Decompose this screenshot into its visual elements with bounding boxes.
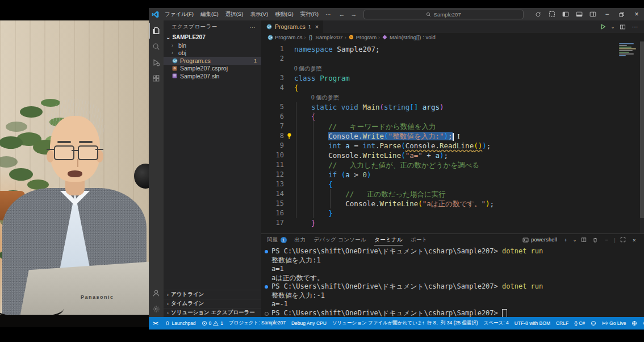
command-decoration-icon[interactable] [265, 285, 268, 289]
status-browser-preview[interactable] [629, 317, 640, 330]
extensions-icon[interactable] [149, 70, 164, 86]
command-decoration-icon[interactable] [265, 250, 268, 253]
panel-actions: powershell + ⌄ − | × [522, 234, 644, 245]
customize-layout-icon[interactable] [545, 8, 559, 20]
tree-item-obj[interactable]: ›obj [164, 49, 261, 57]
status-go-live[interactable]: Go Live [599, 317, 629, 330]
breadcrumb-item[interactable]: Main(string[]) : void [382, 34, 436, 40]
code-line[interactable]: 15 Console.WriteLine("aは正の数です。"); [261, 199, 644, 208]
status-encoding[interactable]: UTF-8 with BOM [512, 317, 553, 330]
toggle-sidebar-icon[interactable] [559, 8, 572, 20]
status-project[interactable]: プロジェクト: Sample207 [226, 317, 288, 330]
status-prettier[interactable]: Prettier [640, 317, 644, 330]
breadcrumb-item[interactable]: {}Sample207 [308, 34, 343, 40]
command-decoration-icon[interactable] [265, 312, 269, 316]
minimap[interactable] [619, 43, 638, 57]
terminal[interactable]: PS C:\Users\shift\OneDrive\ドキュメント\csharp… [261, 245, 644, 317]
nav-forward-icon[interactable]: → [350, 11, 357, 18]
run-debug-icon[interactable] [149, 55, 164, 70]
more-actions-icon[interactable]: ··· [629, 20, 641, 33]
status-solution-status[interactable]: ソリューション ファイルが開かれていません: Sample207.sln [329, 317, 424, 330]
status-problems-summary[interactable]: 01 [199, 317, 226, 330]
code-line[interactable]: 17 } [261, 218, 644, 228]
code-line[interactable]: 3class Program [261, 73, 644, 83]
search-icon[interactable] [149, 39, 164, 55]
breadcrumb-item[interactable]: CProgram [348, 34, 377, 40]
terminal-dropdown-icon[interactable]: ⌄ [572, 234, 578, 245]
breadcrumb-item[interactable]: C#Program.cs [267, 34, 303, 40]
toggle-panel-icon[interactable] [572, 8, 586, 20]
code-line[interactable]: 7 // キーワードから数値を入力 [261, 122, 644, 131]
panel-tab-label: ターミナル [374, 236, 403, 244]
section-ソリューション エクスプローラー[interactable]: ›ソリューション エクスプローラー [164, 308, 261, 317]
accounts-icon[interactable] [149, 285, 164, 301]
panel-tab-デバッグ コンソール[interactable]: デバッグ コンソール [313, 234, 366, 245]
command-center[interactable]: Sample207 [363, 10, 524, 19]
close-button[interactable]: × [629, 8, 644, 20]
status-feedback[interactable] [588, 317, 599, 330]
code-line[interactable]: 10 Console.WriteLine("a=" + a); [261, 151, 644, 160]
breadcrumb-label: Main(string[]) : void [390, 34, 436, 40]
code-line[interactable]: 12 if (a > 0) [261, 170, 644, 180]
minimize-panel-icon[interactable]: − [601, 234, 612, 245]
panel-tab-出力[interactable]: 出力 [295, 234, 306, 245]
tree-item-program-cs[interactable]: C#Program.cs1 [164, 57, 261, 65]
tab-close-icon[interactable]: × [315, 23, 319, 30]
kill-terminal-icon[interactable] [590, 234, 600, 245]
code-line[interactable]: 16 } [261, 208, 644, 218]
code-line[interactable]: 14 // 正の数だった場合に実行 [261, 189, 644, 199]
panel-tab-ターミナル[interactable]: ターミナル [374, 234, 403, 245]
toggle-secondary-sidebar-icon[interactable] [586, 8, 600, 20]
maximize-panel-icon[interactable] [618, 234, 628, 245]
run-dropdown-icon[interactable]: ⌄ [610, 20, 616, 33]
shell-selector[interactable]: powershell [522, 237, 557, 243]
section-タイムライン[interactable]: ›タイムライン [164, 299, 261, 308]
run-button[interactable] [597, 20, 609, 33]
views-more-icon[interactable]: ··· [249, 24, 256, 30]
nav-back-icon[interactable]: ← [338, 11, 345, 18]
menu-item-[interactable]: ··· [322, 8, 334, 20]
close-panel-icon[interactable]: × [629, 234, 639, 245]
sync-icon[interactable] [532, 8, 545, 20]
status-cursor-position[interactable]: 行 8、列 34 (25 個選択) [424, 317, 481, 330]
code-line[interactable]: 13 { [261, 180, 644, 189]
code-line[interactable]: 9 int a = int.Parse(Console.ReadLine()); [261, 141, 644, 151]
tab-program-cs[interactable]: C# Program.cs 1 × [261, 20, 324, 33]
status-indentation[interactable]: スペース: 4 [481, 317, 512, 330]
code-line[interactable]: 11 // 入力した値が、正の数かどうかを調べる [261, 160, 644, 170]
code-editor[interactable]: 1namespace Sample207;20 個の参照3class Progr… [261, 41, 644, 233]
settings-gear-icon[interactable] [149, 301, 164, 317]
code-line[interactable]: 1namespace Sample207; [261, 44, 644, 54]
minimize-button[interactable]: − [600, 8, 614, 20]
status-launchpad[interactable]: Launchpad [162, 317, 199, 330]
code-line[interactable]: 8 Console.Write("整数値を入力:");I [261, 131, 644, 141]
menu-item-g[interactable]: 移動(G) [271, 8, 297, 20]
code-line[interactable]: 6 { [261, 112, 644, 122]
status-language-mode[interactable]: {} C# [571, 317, 588, 330]
menu-item-e[interactable]: 編集(E) [197, 8, 222, 20]
status-remote-indicator[interactable]: >< [149, 317, 162, 330]
menu-item-v[interactable]: 表示(V) [246, 8, 271, 20]
section-アウトライン[interactable]: ›アウトライン [164, 290, 261, 299]
tree-item-sample207-sln[interactable]: Sample207.sln [164, 72, 261, 80]
code-line[interactable]: 4{ [261, 83, 644, 93]
new-terminal-icon[interactable]: + [561, 234, 571, 245]
code-line[interactable]: 5 static void Main(string[] args) [261, 102, 644, 112]
menu-item-s[interactable]: 選択(S) [222, 8, 247, 20]
lightbulb-icon[interactable] [286, 132, 292, 140]
split-terminal-icon[interactable] [579, 234, 589, 245]
split-editor-icon[interactable] [617, 20, 628, 33]
tree-item-sample207-csproj[interactable]: ⚙Sample207.csproj [164, 65, 261, 73]
status-debug-config[interactable]: Debug Any CPU [288, 317, 329, 330]
restore-button[interactable] [614, 8, 629, 20]
menu-item-r[interactable]: 実行(R) [297, 8, 322, 20]
explorer-icon[interactable] [149, 23, 164, 39]
panel-tab-ポート[interactable]: ポート [411, 234, 428, 245]
editor-scrollbar[interactable] [640, 41, 644, 233]
status-eol[interactable]: CRLF [553, 317, 571, 330]
tree-item-bin[interactable]: ›bin [164, 41, 261, 49]
panel-tab-問題[interactable]: 問題1 [267, 234, 287, 245]
code-line[interactable]: 2 [261, 54, 644, 64]
workspace-root-folder[interactable]: ⌄ SAMPLE207 [164, 33, 261, 41]
menu-item-f[interactable]: ファイル(F) [161, 8, 197, 20]
